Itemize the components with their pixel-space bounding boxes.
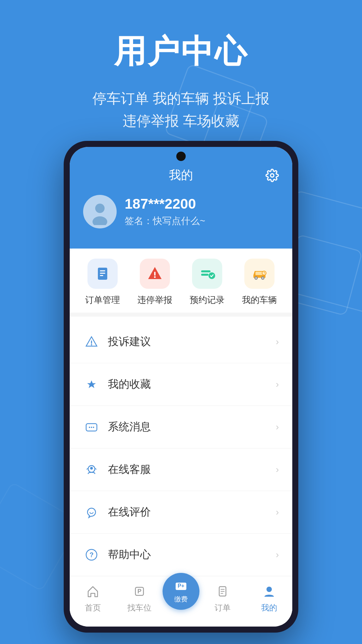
action-reservation-label: 预约记录 — [190, 294, 225, 306]
svg-point-0 — [270, 174, 274, 177]
pay-center-label: 缴费 — [174, 595, 188, 604]
user-profile[interactable]: 187***2200 签名：快写点什么~ — [83, 192, 279, 238]
svg-rect-36 — [221, 591, 225, 592]
svg-text:P+: P+ — [178, 583, 184, 589]
svg-point-17 — [262, 277, 264, 279]
menu-arrow-messages: › — [276, 422, 279, 432]
svg-rect-35 — [221, 589, 225, 590]
svg-point-2 — [95, 204, 105, 213]
svg-rect-6 — [100, 273, 105, 274]
review-icon — [83, 504, 100, 521]
action-violation[interactable]: 违停举报 — [129, 259, 181, 306]
menu-item-review[interactable]: 在线评价 › — [70, 491, 292, 534]
svg-text:P: P — [137, 588, 141, 595]
action-order[interactable]: 订单管理 — [76, 259, 129, 306]
menu-item-help[interactable]: ? 帮助中心 › — [70, 534, 292, 576]
menu-list: 投诉建议 › 我的收藏 › — [70, 321, 292, 576]
phone-notch — [176, 152, 186, 161]
screen-nav-title: 我的 — [169, 167, 193, 183]
settings-icon[interactable] — [265, 169, 279, 182]
svg-point-27 — [90, 467, 93, 470]
nav-orders[interactable]: 订单 — [199, 583, 246, 613]
nav-pay[interactable]: P+ 缴费 — [163, 586, 199, 610]
bottom-nav: 首页 P 找车位 — [70, 576, 292, 623]
menu-text-messages: 系统消息 — [108, 420, 276, 434]
svg-text:?: ? — [89, 551, 94, 558]
svg-rect-37 — [221, 593, 223, 594]
mine-icon — [261, 583, 278, 600]
nav-parking-label: 找车位 — [127, 602, 152, 613]
menu-item-favorites[interactable]: 我的收藏 › — [70, 363, 292, 406]
menu-arrow-complaint: › — [276, 336, 279, 347]
action-vehicle-label: 我的车辆 — [242, 294, 277, 306]
orders-icon — [214, 583, 231, 600]
menu-item-messages[interactable]: 系统消息 › — [70, 406, 292, 448]
home-icon — [84, 583, 101, 600]
svg-point-24 — [91, 427, 92, 428]
avatar — [83, 195, 117, 228]
messages-icon — [83, 419, 100, 435]
svg-rect-8 — [154, 272, 156, 276]
svg-rect-10 — [201, 270, 210, 272]
svg-point-9 — [154, 276, 156, 278]
subtitle: 停车订单 我的车辆 投诉上报 违停举报 车场收藏 — [0, 87, 362, 132]
pay-center-button[interactable]: P+ 缴费 — [163, 573, 199, 610]
nav-home-label: 首页 — [85, 602, 101, 613]
menu-arrow-help: › — [276, 549, 279, 560]
menu-item-service[interactable]: 在线客服 › — [70, 448, 292, 491]
menu-text-review: 在线评价 — [108, 505, 276, 520]
menu-text-service: 在线客服 — [108, 462, 276, 477]
menu-arrow-review: › — [276, 507, 279, 518]
action-reservation[interactable]: 预约记录 — [181, 259, 233, 306]
menu-text-favorites: 我的收藏 — [108, 377, 276, 392]
svg-point-15 — [255, 277, 257, 279]
action-vehicle[interactable]: 我的车辆 — [233, 259, 286, 306]
svg-point-38 — [266, 587, 272, 592]
page-title: 用户中心 — [0, 30, 362, 74]
svg-rect-20 — [91, 340, 92, 344]
parking-icon: P — [131, 583, 148, 600]
complaint-icon — [83, 333, 100, 350]
menu-arrow-service: › — [276, 464, 279, 475]
menu-text-help: 帮助中心 — [108, 547, 276, 562]
svg-rect-7 — [100, 275, 103, 276]
nav-home[interactable]: 首页 — [70, 583, 116, 613]
svg-point-25 — [93, 427, 94, 428]
nav-mine-label: 我的 — [261, 602, 277, 613]
nav-parking[interactable]: P 找车位 — [116, 583, 163, 613]
quick-actions: 订单管理 违停举报 — [70, 249, 292, 317]
phone-mockup: 我的 — [64, 141, 298, 633]
svg-rect-11 — [201, 274, 208, 276]
svg-rect-5 — [100, 270, 105, 271]
user-phone: 187***2200 — [125, 196, 205, 212]
nav-mine[interactable]: 我的 — [246, 583, 293, 613]
user-signature: 签名：快写点什么~ — [125, 215, 205, 227]
nav-orders-label: 订单 — [215, 602, 231, 613]
help-icon: ? — [83, 546, 100, 563]
svg-point-21 — [91, 344, 92, 345]
action-violation-label: 违停举报 — [137, 294, 172, 306]
menu-arrow-favorites: › — [276, 379, 279, 390]
menu-text-complaint: 投诉建议 — [108, 334, 276, 349]
menu-item-complaint[interactable]: 投诉建议 › — [70, 321, 292, 363]
svg-point-23 — [89, 427, 90, 428]
action-order-label: 订单管理 — [85, 294, 120, 306]
service-icon — [83, 461, 100, 478]
favorites-icon — [83, 376, 100, 393]
